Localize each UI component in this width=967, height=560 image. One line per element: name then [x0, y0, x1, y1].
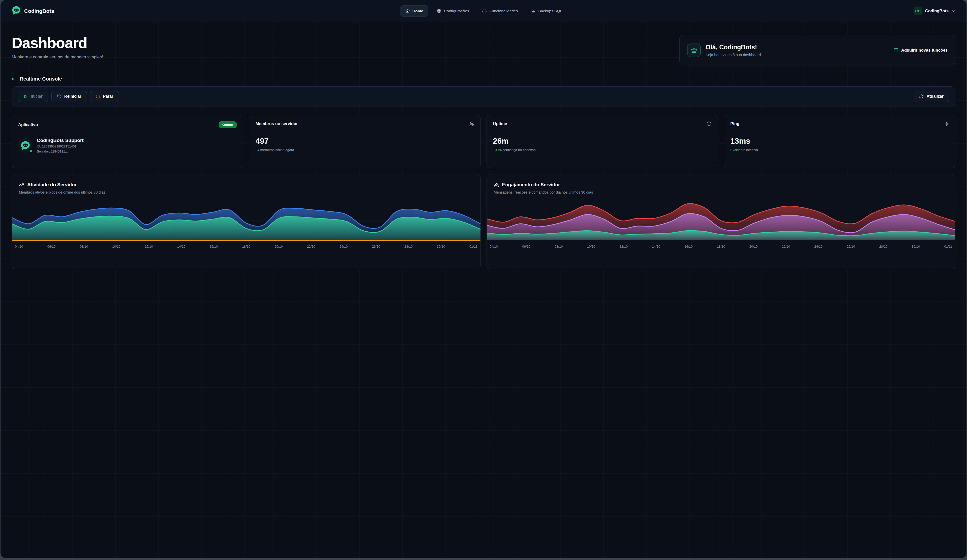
nav-left: CodingBots: [12, 5, 400, 16]
zap-icon: [944, 121, 949, 126]
activity-chart-subtitle: Membros ativos e picos de online dos últ…: [19, 190, 474, 194]
x-tick-label: 04/10: [15, 245, 23, 249]
refresh-label: Atualizar: [926, 94, 944, 99]
x-tick-label: 06/10: [47, 245, 56, 249]
codingbots-logo-icon: [12, 5, 21, 16]
bot-avatar: [18, 138, 33, 153]
refresh-cw-icon: [919, 94, 924, 99]
welcome-title: Olá, CodingBots!: [706, 44, 762, 51]
uptime-subtext: 100% confiança na conexão: [493, 148, 712, 152]
nav-item-configuracoes[interactable]: Configurações: [432, 5, 474, 16]
activity-chart-card: Atividade do Servidor Membros ativos e p…: [12, 174, 481, 269]
uptime-percent: 100%: [493, 148, 502, 152]
user-menu[interactable]: CO CodingBots: [567, 7, 955, 15]
start-label: Iniciar: [31, 94, 43, 99]
welcome-subtitle: Seja bem vindo à sua dashboard.: [706, 53, 762, 57]
refresh-button[interactable]: Atualizar: [914, 91, 949, 102]
x-tick-label: 14/10: [652, 245, 660, 249]
brand[interactable]: CodingBots: [12, 5, 54, 16]
chevron-down-icon: [951, 9, 955, 13]
x-tick-label: 16/10: [685, 245, 693, 249]
welcome-text: Olá, CodingBots! Seja bem vindo à sua da…: [706, 44, 762, 57]
ping-subtext-rest: latência: [745, 148, 758, 152]
users-icon: [494, 182, 499, 187]
console-bar: Iniciar Reiniciar Parar Atualizar: [12, 86, 955, 107]
trending-up-icon: [19, 182, 24, 187]
members-card-head: Membros no servidor: [256, 121, 474, 126]
members-subtext-rest: membros online agora: [259, 148, 294, 152]
start-button[interactable]: Iniciar: [18, 91, 48, 102]
uptime-subtext-rest: confiança na conexão: [502, 148, 536, 152]
nav-item-home[interactable]: Home: [400, 5, 428, 16]
x-tick-label: 30/10: [912, 245, 920, 249]
bot-name: CodingBots Support: [37, 138, 84, 143]
x-tick-label: 18/10: [242, 245, 250, 249]
engagement-chart-head: Engajamento do Servidor Mensagens, reaçõ…: [487, 182, 955, 194]
ping-card-label: Ping: [730, 121, 739, 126]
nav-item-backups-sql[interactable]: Backups SQL: [526, 5, 567, 16]
x-tick-label: 12/10: [145, 245, 153, 249]
restart-label: Reiniciar: [64, 94, 81, 99]
charts-row: Atividade do Servidor Membros ativos e p…: [12, 174, 955, 269]
x-tick-label: 22/10: [307, 245, 315, 249]
page-title: Dashboard: [12, 34, 103, 52]
console-section-header: >_ Realtime Console: [12, 76, 955, 82]
x-tick-label: 10/10: [112, 245, 120, 249]
braces-icon: { }: [482, 9, 487, 13]
engagement-chart-card: Engajamento do Servidor Mensagens, reaçõ…: [487, 174, 955, 269]
activity-chart-plot: [12, 200, 480, 241]
x-tick-label: 06/10: [522, 245, 530, 249]
restart-button[interactable]: Reiniciar: [51, 91, 87, 102]
x-tick-label: 01/11: [944, 245, 952, 249]
x-tick-label: 20/10: [274, 245, 283, 249]
engagement-chart-subtitle: Mensagens, reações e comandos por dia no…: [494, 190, 948, 194]
uptime-card: Uptime 26m 100% confiança na conexão: [487, 115, 718, 168]
x-tick-label: 04/10: [490, 245, 498, 249]
stats-row: Aplicativo Online CodingBots: [12, 115, 955, 168]
ping-card-head: Ping: [730, 121, 949, 126]
bot-id: ID: 1209365818027151401: [37, 145, 84, 148]
x-tick-label: 08/10: [80, 245, 88, 249]
acquire-functions-button[interactable]: Adquirir novas funções: [893, 48, 947, 53]
welcome-card: Olá, CodingBots! Seja bem vindo à sua da…: [680, 35, 955, 66]
terminal-icon: >_: [12, 76, 17, 81]
app-card-label: Aplicativo: [18, 122, 38, 127]
x-tick-label: 28/10: [404, 245, 413, 249]
x-tick-label: 08/10: [554, 245, 563, 249]
x-tick-label: 18/10: [717, 245, 725, 249]
x-tick-label: 14/10: [177, 245, 186, 249]
nav-item-funcionalidades[interactable]: { } Funcionalidades: [477, 6, 523, 16]
brand-name: CodingBots: [24, 8, 54, 14]
calendar-icon: [893, 48, 899, 53]
nav-item-label: Home: [413, 9, 423, 13]
main-content: Dashboard Monitore e controle seu bot de…: [0, 22, 967, 558]
nav-menu: Home Configurações { } Funcionalidades B…: [400, 5, 567, 16]
members-subtext: 84 membros online agora: [256, 148, 474, 152]
activity-chart-head: Atividade do Servidor Membros ativos e p…: [12, 182, 480, 194]
x-tick-label: 20/10: [749, 245, 758, 249]
play-icon: [23, 94, 28, 99]
nav-item-label: Funcionalidades: [490, 9, 518, 13]
user-avatar: CO: [914, 7, 922, 15]
x-tick-label: 10/10: [587, 245, 595, 249]
members-card: Membros no servidor 497 84 membros onlin…: [249, 115, 481, 168]
acquire-functions-label: Adquirir novas funções: [901, 48, 947, 53]
online-status-badge: Online: [219, 121, 237, 128]
engagement-chart-title: Engajamento do Servidor: [502, 182, 560, 188]
database-icon: [531, 8, 536, 13]
app-card-head: Aplicativo Online: [18, 121, 237, 128]
x-tick-label: 26/10: [847, 245, 855, 249]
ping-value: 13ms: [730, 137, 949, 146]
stop-label: Parar: [103, 94, 113, 99]
activity-chart-x-axis: 04/1006/1008/1010/1012/1014/1016/1018/10…: [12, 241, 480, 249]
bot-info: CodingBots Support ID: 12093658180271514…: [37, 138, 84, 153]
stop-button[interactable]: Parar: [90, 91, 119, 102]
app-card-body: CodingBots Support ID: 12093658180271514…: [18, 138, 237, 153]
rotate-ccw-icon: [57, 94, 61, 99]
x-tick-label: 24/10: [340, 245, 348, 249]
top-nav: CodingBots Home Configurações { } Funcio…: [0, 0, 967, 22]
x-tick-label: 22/10: [782, 245, 790, 249]
members-card-label: Membros no servidor: [256, 121, 298, 126]
x-tick-label: 30/10: [437, 245, 445, 249]
power-icon: [96, 94, 100, 99]
